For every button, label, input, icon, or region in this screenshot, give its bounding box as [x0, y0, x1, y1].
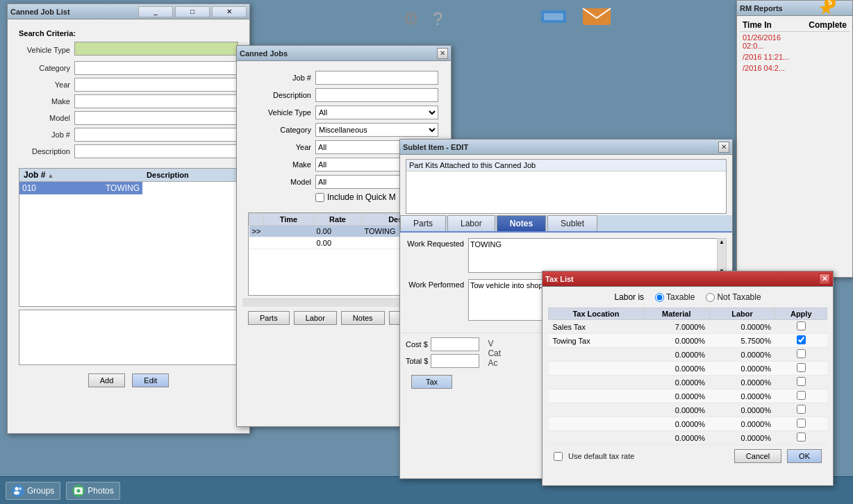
towing-tax-name: Towing Tax — [549, 334, 644, 348]
row9-checkbox[interactable] — [797, 432, 806, 442]
col-rate: Rate — [314, 214, 362, 226]
cj-vtype-label: Vehicle Type — [249, 108, 315, 117]
photos-label: Photos — [88, 486, 113, 496]
taxable-radio[interactable] — [655, 293, 664, 302]
taxable-option: Taxable — [655, 292, 695, 302]
cost-row: Cost $ 100.00 — [406, 337, 479, 351]
category-row: Category < All > — [19, 61, 238, 75]
cj-arrow-cell: >> — [249, 226, 264, 237]
rm-reports-window: RM Reports ★ 5 Time In Complete 01/26/20… — [736, 0, 853, 278]
not-taxable-radio[interactable] — [706, 293, 715, 302]
canned-jobs-close-icon[interactable]: ✕ — [437, 48, 448, 59]
tab-notes[interactable]: Notes — [497, 215, 546, 231]
tax-row-4: 0.0000% 0.0000% — [549, 362, 827, 376]
cj-desc-input[interactable]: TOWING — [315, 88, 438, 102]
svg-point-7 — [77, 489, 81, 492]
tab-parts[interactable]: Parts — [400, 215, 446, 231]
make-row: Make < All > — [19, 94, 238, 108]
row4-checkbox[interactable] — [797, 363, 806, 372]
tax-list-title: Tax List — [545, 275, 574, 283]
taskbar-photos[interactable]: Photos — [66, 482, 119, 500]
job-num-input[interactable] — [74, 128, 238, 142]
tax-list-close-icon[interactable]: ✕ — [819, 274, 830, 285]
question-icon[interactable]: ? — [433, 8, 442, 30]
cj-rate-cell: 0.00 — [314, 226, 362, 237]
svg-point-5 — [19, 487, 22, 490]
cancel-button[interactable]: Cancel — [734, 449, 781, 463]
use-default-checkbox[interactable] — [554, 452, 563, 461]
year-input[interactable]: < All > — [74, 78, 238, 92]
add-button[interactable]: Add — [88, 373, 126, 387]
tax-list-body: Labor is Taxable Not Taxable Tax Locatio… — [543, 287, 833, 473]
taskbar-groups[interactable]: Groups — [6, 482, 60, 500]
col-job-num: Job # ▲ — [19, 169, 142, 182]
cj-parts-button[interactable]: Parts — [248, 311, 290, 325]
cj-cat-select[interactable]: Miscellaneous — [315, 123, 438, 137]
cj-quickmenu-checkbox[interactable] — [315, 193, 324, 202]
vendor-category-area: V Cat Ac — [488, 337, 501, 368]
row5-checkbox[interactable] — [797, 377, 806, 386]
vehicle-type-input[interactable]: Light Vehicles — [74, 42, 238, 56]
use-default-label: Use default tax rate — [568, 452, 634, 460]
category-input[interactable]: < All > — [74, 61, 238, 75]
job-num-cell: 010 — [22, 183, 106, 193]
col-time: Time — [263, 214, 313, 226]
cj-notes-button[interactable]: Notes — [341, 311, 385, 325]
sort-arrow-icon: ▲ — [47, 172, 53, 179]
ok-button[interactable]: OK — [787, 449, 822, 463]
model-input[interactable]: < All > — [74, 111, 238, 125]
tab-labor[interactable]: Labor — [447, 215, 495, 231]
category-label-right: Cat — [488, 348, 501, 358]
vehicle-type-label: Vehicle Type — [19, 46, 74, 54]
canned-jobs-title: Canned Jobs — [240, 49, 288, 58]
minimize-btn[interactable]: _ — [138, 6, 173, 17]
sales-material: 7.0000% — [643, 320, 709, 334]
search-criteria-label: Search Criteria: — [19, 29, 238, 37]
row3-checkbox[interactable] — [797, 349, 806, 358]
sublet-sub-area — [19, 310, 238, 365]
cj-job-row: Job # 010 — [249, 71, 438, 85]
towing-tax-checkbox[interactable] — [797, 335, 806, 344]
tab-sublet[interactable]: Sublet — [547, 215, 597, 231]
taxable-label: Taxable — [666, 292, 695, 302]
rm-row3: /2016 04:2... — [740, 62, 806, 74]
description-input[interactable]: tow — [74, 144, 238, 158]
tax-button[interactable]: Tax — [411, 375, 452, 389]
make-input[interactable]: < All > — [74, 94, 238, 108]
rm-col-timein: Time In — [740, 19, 806, 32]
cj-job-input[interactable]: 010 — [315, 71, 438, 85]
sublet-item-close-icon[interactable]: ✕ — [718, 142, 729, 153]
cost-input[interactable]: 100.00 — [431, 337, 479, 351]
job-desc-cell: TOWING — [106, 183, 140, 193]
labor-is-label: Labor is — [614, 292, 644, 302]
vendor-label: V — [488, 339, 501, 348]
part-kits-content — [406, 171, 726, 213]
tax-list-titlebar: Tax List ✕ — [543, 271, 833, 287]
row7-checkbox[interactable] — [797, 405, 806, 414]
tax-list-dialog: Tax List ✕ Labor is Taxable Not Taxable … — [542, 271, 834, 486]
sales-tax-checkbox[interactable] — [797, 321, 806, 330]
rm-reports-titlebar: RM Reports ★ 5 — [737, 1, 852, 16]
email-icon[interactable] — [581, 6, 612, 32]
canned-job-list-title: Canned Job List — [10, 8, 70, 16]
close-icon[interactable]: ✕ — [212, 6, 247, 17]
sublet-tab-bar: Parts Labor Notes Sublet — [400, 215, 732, 233]
gear-icon[interactable]: ⚙ — [403, 8, 419, 30]
search-section: Search Criteria: Vehicle Type Light Vehi… — [13, 25, 244, 165]
row8-checkbox[interactable] — [797, 419, 806, 428]
work-requested-scrollbar[interactable]: ▲ ▼ — [717, 238, 727, 275]
cj-quickmenu-label: Include in Quick M — [327, 192, 396, 202]
edit-button[interactable]: Edit — [132, 373, 169, 387]
row6-checkbox[interactable] — [797, 391, 806, 400]
job-list-row[interactable]: 010 TOWING — [19, 182, 142, 194]
total-label: Total $ — [406, 357, 428, 365]
rm-row1: 01/26/2016 02:0... — [740, 32, 806, 52]
restore-btn[interactable]: □ — [175, 6, 210, 17]
work-requested-textarea[interactable]: TOWING — [468, 238, 727, 273]
cj-vtype-select[interactable]: All — [315, 106, 438, 119]
total-input[interactable]: 100.00 — [431, 354, 479, 368]
vehicle-type-row: Vehicle Type Light Vehicles — [19, 42, 238, 58]
key-icon[interactable] — [540, 6, 568, 31]
cj-labor-button[interactable]: Labor — [294, 311, 337, 325]
sales-apply — [775, 320, 827, 334]
